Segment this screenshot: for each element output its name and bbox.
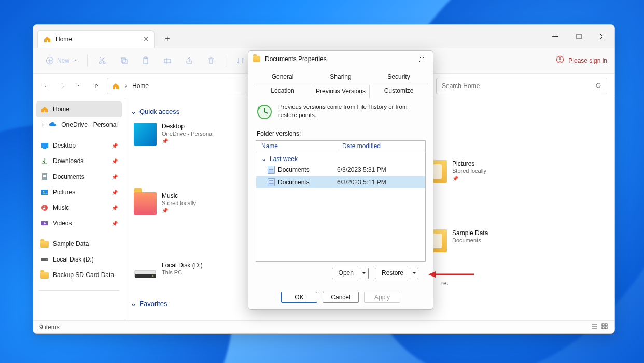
tile-name: Sample Data	[452, 229, 488, 237]
svg-rect-1	[577, 34, 581, 39]
plus-icon: +	[165, 34, 170, 43]
list-header: Name Date modified	[256, 141, 425, 152]
restore-dropdown[interactable]	[410, 268, 418, 279]
back-button[interactable]	[40, 80, 52, 92]
col-date[interactable]: Date modified	[337, 141, 425, 152]
dialog-close-button[interactable]	[414, 53, 429, 65]
copy-button[interactable]	[115, 52, 133, 69]
desktop-icon	[40, 141, 49, 150]
nav-backup-sd[interactable]: Backup SD Card Data	[36, 267, 122, 283]
pictures-icon	[40, 188, 49, 196]
paste-button[interactable]	[136, 52, 155, 69]
up-button[interactable]	[90, 80, 102, 92]
close-button[interactable]	[591, 25, 614, 48]
music-icon	[40, 204, 49, 212]
list-row[interactable]: Documents 6/3/2023 5:31 PM	[256, 164, 425, 176]
pin-icon: 📌	[162, 138, 214, 144]
tile-pictures[interactable]: PicturesStored locally📌	[424, 160, 528, 183]
cancel-button[interactable]: Cancel	[323, 292, 359, 303]
chevron-down-icon: ⌄	[261, 155, 267, 163]
warning-icon	[556, 55, 564, 65]
nav-label: Pictures	[53, 188, 75, 196]
svg-rect-0	[552, 36, 558, 37]
status-bar: 9 items	[33, 320, 614, 333]
tab-customize[interactable]: Customize	[370, 84, 428, 98]
cut-button[interactable]	[93, 52, 111, 69]
tab-security[interactable]: Security	[370, 70, 428, 84]
tab-previous-versions[interactable]: Previous Versions	[312, 85, 370, 98]
separator	[87, 54, 88, 67]
minimize-button[interactable]	[543, 25, 567, 48]
rename-button[interactable]	[158, 52, 177, 69]
col-name[interactable]: Name	[256, 141, 337, 152]
restore-button[interactable]: Restore	[375, 268, 418, 279]
tile-sample-data[interactable]: Sample DataDocuments	[424, 229, 528, 252]
annotation-arrow	[428, 270, 475, 279]
versions-list[interactable]: Name Date modified ⌄ Last week Documents…	[256, 140, 426, 262]
row-date: 6/3/2023 5:11 PM	[337, 179, 386, 186]
close-icon[interactable]	[144, 37, 149, 42]
window-controls	[543, 25, 614, 48]
delete-button[interactable]	[202, 52, 220, 69]
nav-pictures[interactable]: Pictures📌	[36, 184, 122, 200]
tab-sharing[interactable]: Sharing	[312, 70, 370, 84]
nav-home[interactable]: Home	[36, 101, 122, 117]
tile-name: Music	[162, 192, 196, 199]
search-input[interactable]	[441, 82, 595, 90]
nav-documents[interactable]: Documents📌	[36, 169, 122, 184]
nav-sample-data[interactable]: Sample Data	[36, 236, 122, 252]
nav-label: Videos	[53, 220, 72, 227]
svg-rect-7	[144, 58, 148, 64]
svg-rect-18	[43, 176, 46, 177]
dialog-title: Documents Properties	[265, 55, 327, 63]
list-row[interactable]: Documents 6/3/2023 5:11 PM	[256, 176, 425, 188]
tab-general[interactable]: General	[254, 70, 312, 84]
details-view-button[interactable]	[591, 323, 598, 331]
nav-label: Documents	[53, 173, 85, 180]
tab-home[interactable]: Home	[37, 30, 155, 48]
nav-label: Music	[53, 204, 69, 211]
svg-rect-9	[164, 59, 171, 63]
svg-point-13	[596, 83, 600, 88]
new-tab-button[interactable]: +	[161, 32, 174, 46]
row-date: 6/3/2023 5:31 PM	[337, 166, 386, 173]
maximize-button[interactable]	[567, 25, 591, 48]
pin-icon: 📌	[111, 221, 118, 226]
pin-icon: 📌	[111, 205, 118, 211]
forward-button[interactable]	[57, 80, 68, 92]
share-button[interactable]	[180, 52, 199, 69]
tab-location[interactable]: Location	[254, 84, 312, 98]
tile-sub: This PC	[162, 269, 203, 275]
nav-music[interactable]: Music📌	[36, 200, 122, 215]
svg-rect-28	[602, 324, 604, 326]
sort-button[interactable]	[231, 52, 250, 69]
nav-local-disk[interactable]: Local Disk (D:)	[36, 252, 122, 267]
dialog-titlebar[interactable]: Documents Properties	[248, 51, 433, 67]
nav-desktop[interactable]: Desktop📌	[36, 138, 122, 153]
thumbnails-view-button[interactable]	[601, 323, 608, 331]
search-box[interactable]	[436, 78, 607, 94]
nav-videos[interactable]: Videos📌	[36, 215, 122, 231]
tile-local-disk[interactable]: Local Disk (D:)This PC	[134, 262, 237, 284]
open-button[interactable]: Open	[332, 268, 369, 279]
svg-rect-5	[121, 58, 125, 62]
list-group[interactable]: ⌄ Last week	[256, 152, 425, 164]
tile-desktop[interactable]: DesktopOneDrive - Personal📌	[134, 123, 237, 146]
tile-music[interactable]: MusicStored locally📌	[134, 192, 237, 215]
pin-icon: 📌	[111, 190, 118, 195]
ok-button[interactable]: OK	[281, 292, 317, 303]
svg-point-27	[152, 275, 154, 277]
tile-sub: Stored locally	[452, 168, 486, 174]
recent-dropdown[interactable]	[74, 80, 85, 92]
sign-in-label: Please sign in	[568, 57, 607, 64]
history-icon	[256, 103, 273, 121]
open-dropdown[interactable]	[360, 268, 368, 279]
nav-downloads[interactable]: Downloads📌	[36, 153, 122, 169]
tile-sub: Stored locally	[162, 200, 196, 206]
nav-label: Local Disk (D:)	[53, 256, 94, 263]
new-button[interactable]: New	[40, 52, 82, 69]
nav-onedrive[interactable]: › OneDrive - Personal	[36, 117, 122, 133]
item-count: 9 items	[39, 324, 60, 331]
sign-in-prompt[interactable]: Please sign in	[556, 55, 607, 65]
apply-button[interactable]: Apply	[364, 292, 400, 303]
